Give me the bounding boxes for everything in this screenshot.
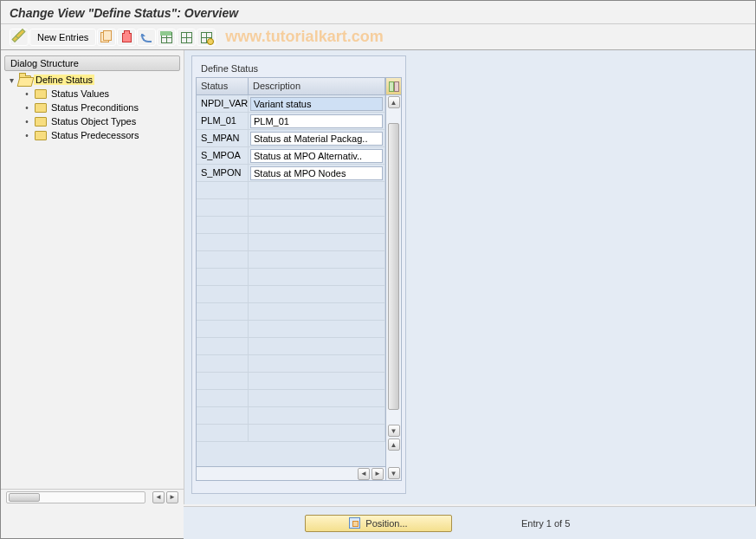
- table-row-empty[interactable]: [197, 338, 385, 355]
- cell-status[interactable]: [197, 303, 249, 320]
- table-row[interactable]: S_MPONStatus at MPO Nodes: [197, 165, 385, 182]
- cell-description: [249, 303, 385, 320]
- description-input[interactable]: Variant status: [250, 97, 383, 111]
- cell-description: [249, 251, 385, 268]
- table-row[interactable]: S_MPANStatus at Material Packag..: [197, 130, 385, 147]
- tree-node-status-preconditions[interactable]: • Status Preconditions: [4, 101, 180, 114]
- table-row-empty[interactable]: [197, 182, 385, 199]
- table-row-empty[interactable]: [197, 234, 385, 251]
- cell-status[interactable]: NPDI_VAR: [197, 95, 249, 112]
- table-main: Status Description NPDI_VARVariant statu…: [197, 78, 385, 480]
- cell-description: [249, 425, 385, 441]
- tree-node-define-status[interactable]: ▾ Define Status: [4, 73, 180, 87]
- select-block-button[interactable]: [177, 29, 196, 46]
- table-row[interactable]: PLM_01PLM_01: [197, 113, 385, 130]
- cell-description: [249, 269, 385, 285]
- cell-status[interactable]: [197, 234, 249, 250]
- description-input[interactable]: PLM_01: [250, 114, 383, 128]
- table-row[interactable]: NPDI_VARVariant status: [197, 95, 385, 113]
- table-row-empty[interactable]: [197, 355, 385, 373]
- folder-icon: [35, 131, 47, 140]
- cell-description: Status at Material Packag..: [249, 130, 385, 146]
- cell-status[interactable]: [197, 286, 249, 302]
- cell-status[interactable]: [197, 407, 249, 424]
- right-pane: Define Status Status Description NPDI_VA…: [184, 50, 755, 504]
- other-view-button[interactable]: [10, 29, 29, 46]
- description-input[interactable]: Status at MPO Nodes: [250, 166, 383, 180]
- table-row-empty[interactable]: [197, 390, 385, 407]
- tree-node-status-predecessors[interactable]: • Status Predecessors: [4, 128, 180, 142]
- col-description[interactable]: Description: [249, 78, 385, 94]
- table-row-empty[interactable]: [197, 286, 385, 303]
- cell-status[interactable]: [197, 338, 249, 354]
- cell-status[interactable]: S_MPAN: [197, 130, 249, 146]
- table-row-empty[interactable]: [197, 407, 385, 425]
- tree-node-label: Define Status: [34, 75, 94, 85]
- tree-node-status-values[interactable]: • Status Values: [4, 87, 180, 101]
- tree-node-status-object-types[interactable]: • Status Object Types: [4, 114, 180, 128]
- tree-node-label: Status Predecessors: [49, 130, 141, 140]
- new-entries-button[interactable]: New Entries: [29, 29, 96, 46]
- cell-description: [249, 199, 385, 216]
- table-config-button[interactable]: [386, 78, 401, 95]
- description-input[interactable]: Status at MPO Alternativ..: [250, 149, 383, 163]
- cell-status[interactable]: [197, 321, 249, 337]
- collapse-icon[interactable]: ▾: [6, 75, 16, 85]
- cell-status[interactable]: [197, 373, 249, 389]
- cell-status[interactable]: [197, 182, 249, 198]
- table-row-empty[interactable]: [197, 217, 385, 234]
- dialog-structure-panel: Dialog Structure ▾ Define Status • Statu…: [1, 50, 184, 504]
- cell-description: [249, 286, 385, 302]
- vscroll-thumb[interactable]: [388, 123, 399, 410]
- copy-button[interactable]: [97, 29, 116, 46]
- page-down-button[interactable]: ▼: [388, 467, 400, 479]
- folder-open-icon: [19, 75, 31, 85]
- page-up-button[interactable]: ▲: [388, 438, 400, 451]
- table-row-empty[interactable]: [197, 269, 385, 286]
- delete-button[interactable]: [117, 29, 136, 46]
- table-row-empty[interactable]: [197, 373, 385, 390]
- scroll-up-button[interactable]: ▲: [388, 96, 400, 108]
- table-body: NPDI_VARVariant statusPLM_01PLM_01S_MPAN…: [197, 95, 385, 466]
- cell-status[interactable]: S_MPOA: [197, 147, 249, 164]
- hscroll-thumb[interactable]: [9, 493, 40, 502]
- table-row-empty[interactable]: [197, 425, 385, 442]
- toolbar: New Entries www.tutorialkart.com: [1, 24, 755, 50]
- tree-node-label: Status Preconditions: [49, 102, 140, 113]
- delete-icon: [120, 31, 132, 43]
- cell-description: [249, 217, 385, 233]
- watermark: www.tutorialkart.com: [225, 28, 383, 46]
- cell-status[interactable]: [197, 269, 249, 285]
- tree-header: Dialog Structure: [4, 55, 180, 71]
- cell-status[interactable]: [197, 355, 249, 372]
- deselect-all-button[interactable]: [197, 29, 216, 46]
- col-status[interactable]: Status: [197, 78, 249, 94]
- scroll-right-button[interactable]: ►: [166, 491, 178, 503]
- cell-description: PLM_01: [249, 113, 385, 129]
- description-input[interactable]: Status at Material Packag..: [250, 132, 383, 146]
- table-row[interactable]: S_MPOAStatus at MPO Alternativ..: [197, 147, 385, 165]
- cell-status[interactable]: [197, 199, 249, 216]
- cell-status[interactable]: [197, 217, 249, 233]
- cell-status[interactable]: PLM_01: [197, 113, 249, 129]
- cell-status[interactable]: [197, 425, 249, 441]
- table-row-empty[interactable]: [197, 251, 385, 269]
- col-left-button[interactable]: ◄: [358, 468, 370, 480]
- undo-button[interactable]: [137, 29, 156, 46]
- cell-status[interactable]: S_MPON: [197, 165, 249, 181]
- position-button[interactable]: Position...: [305, 515, 452, 532]
- table-row-empty[interactable]: [197, 321, 385, 338]
- hscroll-track[interactable]: [6, 491, 145, 503]
- vscroll-track[interactable]: [388, 123, 399, 410]
- scroll-down-button[interactable]: ▼: [388, 425, 400, 437]
- select-all-button[interactable]: [157, 29, 176, 46]
- cell-status[interactable]: [197, 390, 249, 406]
- scroll-left-button[interactable]: ◄: [152, 491, 165, 503]
- folder-icon: [35, 103, 47, 113]
- col-right-button[interactable]: ►: [372, 468, 384, 480]
- content-area: Dialog Structure ▾ Define Status • Statu…: [1, 50, 755, 504]
- table-row-empty[interactable]: [197, 199, 385, 217]
- table-row-empty[interactable]: [197, 303, 385, 321]
- cell-status[interactable]: [197, 251, 249, 268]
- table-header: Status Description: [197, 78, 385, 95]
